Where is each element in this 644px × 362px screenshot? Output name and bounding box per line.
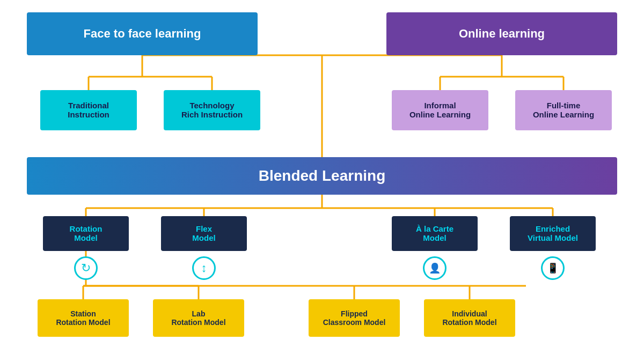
rotation-model-label: Rotation Model <box>70 224 103 242</box>
enriched-virtual-node: Enriched Virtual Model <box>510 216 596 251</box>
rotation-icon: ↻ <box>74 256 98 280</box>
fulltime-online-node: Full-time Online Learning <box>515 90 612 130</box>
individual-rotation-label: Individual Rotation Model <box>442 309 496 327</box>
alacarte-icon: 👤 <box>423 256 447 280</box>
blended-learning-node: Blended Learning <box>27 157 617 195</box>
face-to-face-node: Face to face learning <box>27 12 258 55</box>
tech-rich-label: Technology Rich Instruction <box>181 101 243 119</box>
flex-model-label: Flex Model <box>192 224 215 242</box>
lab-rotation-node: Lab Rotation Model <box>153 299 244 337</box>
informal-online-label: Informal Online Learning <box>409 101 471 119</box>
station-rotation-node: Station Rotation Model <box>38 299 129 337</box>
blended-learning-diagram: .conn { stroke: #f5a800; stroke-width: 3… <box>11 7 633 356</box>
traditional-node: Traditional Instruction <box>40 90 137 130</box>
flex-icon: ↕ <box>192 256 216 280</box>
individual-rotation-node: Individual Rotation Model <box>424 299 515 337</box>
alacarte-model-label: À la Carte Model <box>416 224 453 242</box>
alacarte-model-node: À la Carte Model <box>392 216 478 251</box>
fulltime-online-label: Full-time Online Learning <box>533 101 594 119</box>
online-learning-label: Online learning <box>459 27 545 41</box>
tech-rich-node: Technology Rich Instruction <box>164 90 260 130</box>
online-learning-node: Online learning <box>386 12 617 55</box>
flex-model-node: Flex Model <box>161 216 247 251</box>
traditional-label: Traditional Instruction <box>68 101 109 119</box>
enriched-virtual-label: Enriched Virtual Model <box>528 224 578 242</box>
enriched-icon: 📱 <box>541 256 565 280</box>
face-to-face-label: Face to face learning <box>84 27 201 41</box>
lab-rotation-label: Lab Rotation Model <box>171 309 225 327</box>
flipped-classroom-label: Flipped Classroom Model <box>323 309 386 327</box>
blended-label: Blended Learning <box>259 167 385 184</box>
station-rotation-label: Station Rotation Model <box>56 309 110 327</box>
informal-online-node: Informal Online Learning <box>392 90 488 130</box>
rotation-model-node: Rotation Model <box>43 216 129 251</box>
flipped-classroom-node: Flipped Classroom Model <box>309 299 400 337</box>
